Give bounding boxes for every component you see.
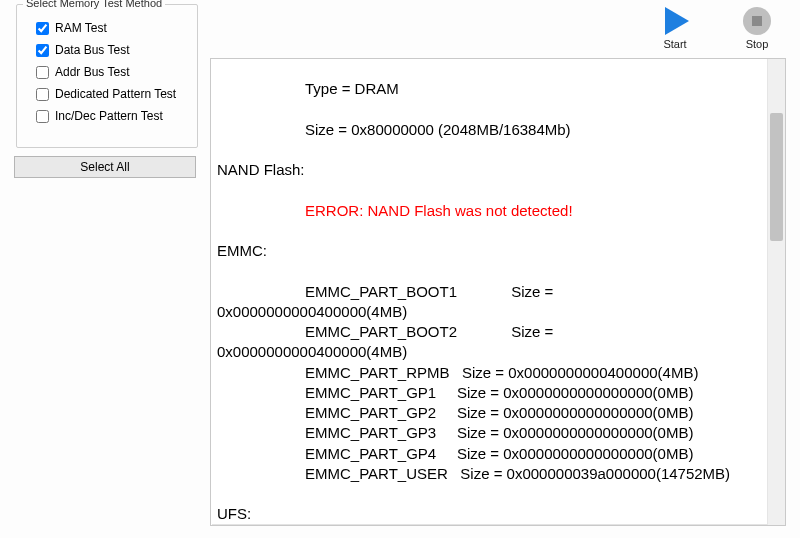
app-root: Select Memory Test Method RAM TestData B… — [0, 0, 800, 538]
output-line: UFS: — [217, 504, 759, 524]
memory-test-groupbox: Select Memory Test Method RAM TestData B… — [16, 4, 198, 148]
output-line — [217, 180, 759, 200]
scroll-thumb[interactable] — [770, 113, 783, 241]
select-all-button[interactable]: Select All — [14, 156, 196, 178]
memory-test-checkbox-label: RAM Test — [55, 21, 107, 35]
output-line: ERROR: NAND Flash was not detected! — [217, 201, 759, 221]
memory-test-checkbox-label: Data Bus Test — [55, 43, 129, 57]
output-line: NAND Flash: — [217, 160, 759, 180]
output-line — [217, 221, 759, 241]
memory-test-checkbox-label: Dedicated Pattern Test — [55, 87, 176, 101]
memory-test-checkbox[interactable] — [36, 22, 49, 35]
memory-test-checkbox[interactable] — [36, 88, 49, 101]
memory-test-checkbox-label: Inc/Dec Pattern Test — [55, 109, 163, 123]
output-text: Type = DRAM Size = 0x80000000 (2048MB/16… — [211, 59, 767, 525]
output-line: EMMC_PART_RPMB Size = 0x0000000000400000… — [217, 363, 759, 383]
output-line — [217, 140, 759, 160]
start-button[interactable]: Start — [650, 4, 700, 50]
stop-button-label: Stop — [732, 38, 782, 50]
check-row: Inc/Dec Pattern Test — [34, 105, 180, 127]
memory-test-checkbox-label: Addr Bus Test — [55, 65, 129, 79]
output-line — [217, 99, 759, 119]
output-line: EMMC_PART_GP3 Size = 0x0000000000000000(… — [217, 423, 759, 443]
svg-marker-0 — [665, 7, 689, 35]
memory-test-checklist: RAM TestData Bus TestAddr Bus TestDedica… — [26, 9, 188, 133]
check-row: Dedicated Pattern Test — [34, 83, 180, 105]
output-line: EMMC_PART_GP2 Size = 0x0000000000000000(… — [217, 403, 759, 423]
memory-test-checkbox[interactable] — [36, 44, 49, 57]
output-line: EMMC_PART_GP4 Size = 0x0000000000000000(… — [217, 444, 759, 464]
output-line: EMMC_PART_BOOT2 Size = — [217, 322, 759, 342]
memory-test-checkbox[interactable] — [36, 66, 49, 79]
check-row: RAM Test — [34, 17, 180, 39]
output-line: Size = 0x80000000 (2048MB/16384Mb) — [217, 120, 759, 140]
groupbox-title: Select Memory Test Method — [23, 0, 165, 9]
output-line: EMMC_PART_BOOT1 Size = — [217, 282, 759, 302]
check-row: Addr Bus Test — [34, 61, 180, 83]
output-line: EMMC_PART_USER Size = 0x000000039a000000… — [217, 464, 759, 484]
stop-button[interactable]: Stop — [732, 4, 782, 50]
output-line — [217, 484, 759, 504]
output-line: EMMC: — [217, 241, 759, 261]
output-scrollbar[interactable] — [767, 59, 785, 525]
start-button-label: Start — [650, 38, 700, 50]
play-icon — [658, 4, 692, 38]
output-line: 0x0000000000400000(4MB) — [217, 342, 759, 362]
output-panel: Type = DRAM Size = 0x80000000 (2048MB/16… — [210, 58, 786, 526]
output-line: EMMC_PART_GP1 Size = 0x0000000000000000(… — [217, 383, 759, 403]
memory-test-checkbox[interactable] — [36, 110, 49, 123]
output-line: Type = DRAM — [217, 79, 759, 99]
output-line: 0x0000000000400000(4MB) — [217, 302, 759, 322]
check-row: Data Bus Test — [34, 39, 180, 61]
output-line — [217, 261, 759, 281]
stop-icon — [740, 4, 774, 38]
